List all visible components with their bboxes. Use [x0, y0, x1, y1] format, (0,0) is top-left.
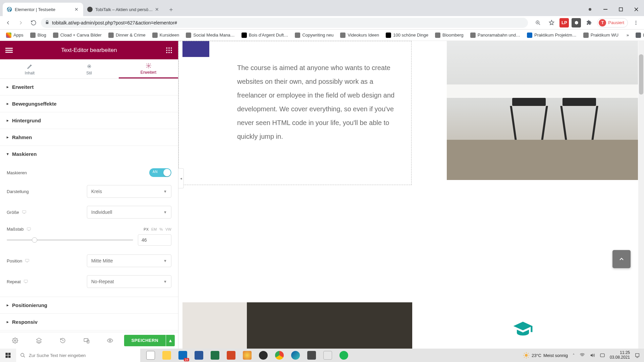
bookmark-item[interactable]: Blog: [28, 31, 49, 39]
bookmark-item[interactable]: Videokurs Ideen: [337, 31, 382, 39]
clock[interactable]: 11:25 03.08.2021: [610, 351, 630, 360]
extensions-puzzle-icon[interactable]: [584, 17, 594, 28]
navigator-button[interactable]: [27, 332, 51, 349]
new-tab-button[interactable]: ＋: [166, 4, 176, 15]
accordion-border[interactable]: ▸Rahmen: [0, 129, 178, 145]
close-icon[interactable]: ✕: [74, 7, 79, 12]
mail-app[interactable]: 24: [176, 349, 190, 362]
desktop-icon[interactable]: [23, 279, 28, 284]
bookmark-item[interactable]: Praktikum Projektm…: [524, 31, 579, 39]
minimize-button[interactable]: [598, 3, 613, 16]
reading-list-button[interactable]: Leseliste: [633, 31, 644, 39]
accordion-motion[interactable]: ▸Bewegungseffekte: [0, 96, 178, 112]
text-editor-widget[interactable]: The course is aimed at anyone who wants …: [237, 61, 405, 143]
mask-scale-slider[interactable]: [7, 239, 133, 241]
volume-icon[interactable]: [590, 353, 595, 358]
unit-vw[interactable]: VW: [165, 227, 171, 231]
bookmark-item[interactable]: Praktikum WU: [581, 31, 621, 39]
scroll-to-top-button[interactable]: [612, 250, 631, 268]
widgets-grid-icon[interactable]: [165, 46, 173, 55]
responsive-button[interactable]: [74, 332, 98, 349]
profile-button[interactable]: T Pausiert: [597, 18, 628, 27]
bookmark-star-icon[interactable]: [546, 17, 557, 28]
scrollbar-thumb[interactable]: [639, 54, 643, 95]
extension-icon[interactable]: LP: [559, 18, 569, 27]
close-icon[interactable]: ✕: [154, 7, 160, 12]
weather-widget[interactable]: 23°C Meist sonnig: [523, 352, 568, 359]
address-bar[interactable]: tobitalk.at/wp-admin/post.php?post=627&a…: [41, 18, 528, 28]
powerpoint-app[interactable]: [224, 349, 238, 362]
mask-shape-select[interactable]: Kreis▼: [87, 185, 171, 198]
tab-style[interactable]: Stil: [59, 59, 119, 78]
bookmark-item[interactable]: Social Media Mana…: [183, 31, 237, 39]
canvas-scrollbar[interactable]: [638, 41, 644, 349]
notifications-icon[interactable]: [635, 353, 640, 358]
mask-repeat-select[interactable]: No-Repeat▼: [87, 275, 171, 288]
chrome-app[interactable]: [272, 349, 286, 362]
heading-bg-block[interactable]: [182, 41, 209, 57]
browser-tab-inactive[interactable]: TobiTalk – Aktien und persönlich… ✕: [83, 3, 164, 16]
maximize-button[interactable]: [613, 3, 629, 16]
unit-px[interactable]: PX: [144, 227, 149, 231]
task-view-button[interactable]: [144, 349, 158, 362]
mask-size-select[interactable]: Individuell▼: [87, 206, 171, 219]
bookmark-apps[interactable]: Apps: [3, 31, 26, 39]
app-icon[interactable]: [305, 349, 319, 362]
panel-collapse-handle[interactable]: ◂: [178, 168, 184, 188]
account-dot-icon[interactable]: [582, 3, 598, 16]
edge-app[interactable]: [288, 349, 303, 362]
slider-thumb[interactable]: [32, 237, 37, 243]
desktop-icon[interactable]: [22, 210, 26, 215]
desktop-icon[interactable]: [26, 227, 31, 232]
canvas-section[interactable]: The course is aimed at anyone who wants …: [178, 41, 644, 185]
unit-percent[interactable]: %: [159, 227, 163, 231]
back-button[interactable]: [3, 17, 13, 28]
bookmark-item[interactable]: Bloomberg: [432, 31, 466, 39]
wifi-icon[interactable]: [580, 353, 585, 358]
app-icon[interactable]: [240, 349, 254, 362]
save-button[interactable]: SPEICHERN: [124, 335, 166, 346]
tray-chevron-icon[interactable]: ˄: [573, 353, 575, 358]
spotify-app[interactable]: [337, 349, 351, 362]
language-icon[interactable]: [600, 353, 605, 358]
bookmark-item[interactable]: Dinner & Crime: [106, 31, 148, 39]
unit-em[interactable]: EM: [151, 227, 157, 231]
bookmark-item[interactable]: 100 schöne Dinge: [383, 31, 431, 39]
tab-advanced[interactable]: Erweitert: [119, 59, 178, 78]
app-icon[interactable]: [321, 349, 335, 362]
excel-app[interactable]: [208, 349, 222, 362]
save-options-button[interactable]: ▴: [166, 335, 175, 346]
bookmark-item[interactable]: Copywriting neu: [292, 31, 336, 39]
accordion-mask[interactable]: ▾Maskieren: [0, 146, 178, 162]
extension-icon[interactable]: ⬢: [572, 18, 581, 27]
bookmark-overflow[interactable]: »: [624, 31, 632, 39]
preview-button[interactable]: [98, 332, 122, 349]
word-app[interactable]: [192, 349, 206, 362]
bookmark-item[interactable]: Panoramabahn und…: [468, 31, 523, 39]
accordion-advanced[interactable]: ▸Erweitert: [0, 79, 178, 95]
reload-button[interactable]: [28, 17, 39, 28]
bookmark-item[interactable]: Bois d'Argent Duft…: [239, 31, 291, 39]
browser-tab-active[interactable]: Elementor | Testseite ✕: [3, 3, 83, 16]
mask-toggle[interactable]: AN: [149, 168, 171, 177]
settings-button[interactable]: [3, 332, 27, 349]
image-widget[interactable]: [182, 302, 412, 349]
kebab-menu-icon[interactable]: [631, 17, 641, 28]
zoom-icon[interactable]: [533, 17, 543, 28]
accordion-responsive[interactable]: ▸Responsiv: [0, 314, 178, 330]
canvas-section[interactable]: [178, 302, 644, 349]
bookmark-item[interactable]: Kursideen: [150, 31, 182, 39]
bookmark-item[interactable]: Cload + Canva Bilder: [50, 31, 104, 39]
tab-content[interactable]: Inhalt: [0, 59, 59, 78]
close-window-button[interactable]: [629, 3, 644, 16]
desktop-icon[interactable]: [25, 258, 30, 263]
accordion-background[interactable]: ▸Hintergrund: [0, 112, 178, 129]
taskbar-search[interactable]: Zur Suche Text hier eingeben: [16, 349, 140, 362]
start-button[interactable]: [0, 349, 16, 362]
accordion-positioning[interactable]: ▸Positionierung: [0, 297, 178, 313]
image-widget[interactable]: [447, 41, 638, 180]
history-button[interactable]: [51, 332, 74, 349]
mask-scale-input[interactable]: 46: [138, 234, 171, 246]
unit-switcher[interactable]: PX EM % VW: [144, 227, 171, 231]
forward-button[interactable]: [15, 17, 26, 28]
